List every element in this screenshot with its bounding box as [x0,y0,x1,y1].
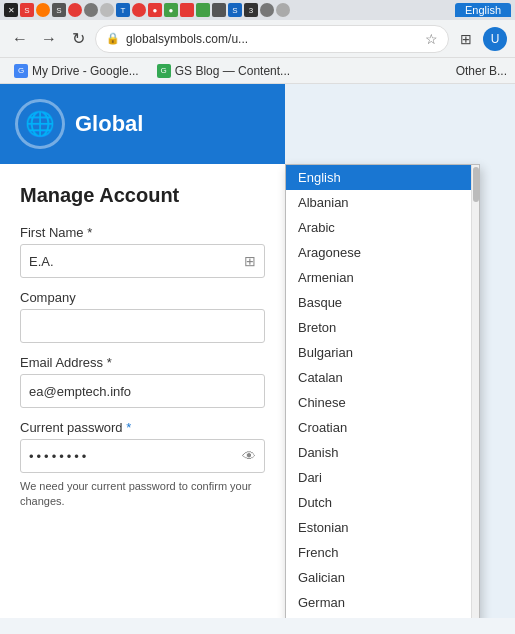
form-title: Manage Account [20,184,265,207]
dropdown-option-dari[interactable]: Dari [286,465,479,490]
password-label: Current password * [20,420,265,435]
dropdown-option-bulgarian[interactable]: Bulgarian [286,340,479,365]
first-name-label: First Name * [20,225,265,240]
bookmark-gs[interactable]: G GS Blog — Content... [151,62,296,80]
site-logo: 🌐 [15,99,65,149]
taskbar-icon [84,3,98,17]
password-required-star: * [126,420,131,435]
email-value: ea@emptech.info [29,384,256,399]
taskbar-icon [132,3,146,17]
dropdown-option-catalan[interactable]: Catalan [286,365,479,390]
password-note: We need your current password to confirm… [20,479,265,510]
taskbar-icon: ✕ [4,3,18,17]
first-name-input-wrapper[interactable]: E.A. ⊞ [20,244,265,278]
other-bookmarks[interactable]: Other B... [456,64,507,78]
gs-favicon: G [157,64,171,78]
account-form: Manage Account First Name * E.A. ⊞ Compa… [0,164,285,530]
company-input-wrapper[interactable] [20,309,265,343]
taskbar-icon [36,3,50,17]
taskbar-icon: S [52,3,66,17]
dropdown-option-hebrew[interactable]: Hebrew [286,615,479,618]
refresh-button[interactable]: ↻ [66,27,90,51]
page-content: 🌐 Global Manage Account First Name * E.A… [0,84,515,618]
back-button[interactable]: ← [8,27,32,51]
password-reveal-icon[interactable]: 👁 [242,448,256,464]
dropdown-option-english[interactable]: English [286,165,479,190]
dropdown-option-galician[interactable]: Galician [286,565,479,590]
dropdown-scrollbar[interactable] [471,165,479,618]
extensions-button[interactable]: ⊞ [454,27,478,51]
taskbar-icon: ● [164,3,178,17]
taskbar-icon [100,3,114,17]
profile-button[interactable]: U [483,27,507,51]
bookmark-gs-label: GS Blog — Content... [175,64,290,78]
company-label: Company [20,290,265,305]
tab-label: English [465,4,501,16]
email-field: Email Address * ea@emptech.info [20,355,265,408]
password-field: Current password * •••••••• 👁 [20,420,265,473]
bookmark-drive-label: My Drive - Google... [32,64,139,78]
dropdown-option-armenian[interactable]: Armenian [286,265,479,290]
dropdown-option-breton[interactable]: Breton [286,315,479,340]
taskbar-icon: T [116,3,130,17]
scrollbar-thumb[interactable] [473,167,479,202]
dropdown-option-albanian[interactable]: Albanian [286,190,479,215]
dropdown-option-estonian[interactable]: Estonian [286,515,479,540]
dropdown-option-dutch[interactable]: Dutch [286,490,479,515]
password-input-wrapper[interactable]: •••••••• 👁 [20,439,265,473]
white-panel: 🌐 Global Manage Account First Name * E.A… [0,84,285,618]
taskbar-icon: S [20,3,34,17]
lock-icon: 🔒 [106,32,120,45]
email-input-wrapper[interactable]: ea@emptech.info [20,374,265,408]
taskbar-icon [212,3,226,17]
taskbar-icon [68,3,82,17]
dropdown-option-croatian[interactable]: Croatian [286,415,479,440]
first-name-value: E.A. [29,254,244,269]
dropdown-option-aragonese[interactable]: Aragonese [286,240,479,265]
taskbar-icon: 3 [244,3,258,17]
dropdown-option-chinese[interactable]: Chinese [286,390,479,415]
taskbar-icon [180,3,194,17]
taskbar-icon [276,3,290,17]
bookmark-drive[interactable]: G My Drive - Google... [8,62,145,80]
dropdown-option-basque[interactable]: Basque [286,290,479,315]
dropdown-option-arabic[interactable]: Arabic [286,215,479,240]
first-name-field: First Name * E.A. ⊞ [20,225,265,278]
address-bar[interactable]: 🔒 globalsymbols.com/u... ☆ [95,25,449,53]
dropdown-option-danish[interactable]: Danish [286,440,479,465]
email-label: Email Address * [20,355,265,370]
expand-icon[interactable]: ⊞ [244,253,256,269]
taskbar-icon: S [228,3,242,17]
drive-favicon: G [14,64,28,78]
site-name: Global [75,111,143,137]
active-tab[interactable]: English [455,3,511,17]
dropdown-option-french[interactable]: French [286,540,479,565]
browser-chrome: ✕ S S T ● ● S 3 English ← → ↻ 🔒 globalsy… [0,0,515,84]
language-dropdown-list[interactable]: English Albanian Arabic Aragonese Armeni… [285,164,480,618]
password-dots: •••••••• [29,449,242,464]
taskbar-icon [196,3,210,17]
address-text: globalsymbols.com/u... [126,32,419,46]
company-field: Company [20,290,265,343]
dropdown-option-german[interactable]: German [286,590,479,615]
taskbar-icon: ● [148,3,162,17]
taskbar-icon [260,3,274,17]
site-header: 🌐 Global [0,84,285,164]
forward-button[interactable]: → [37,27,61,51]
bookmark-star[interactable]: ☆ [425,31,438,47]
